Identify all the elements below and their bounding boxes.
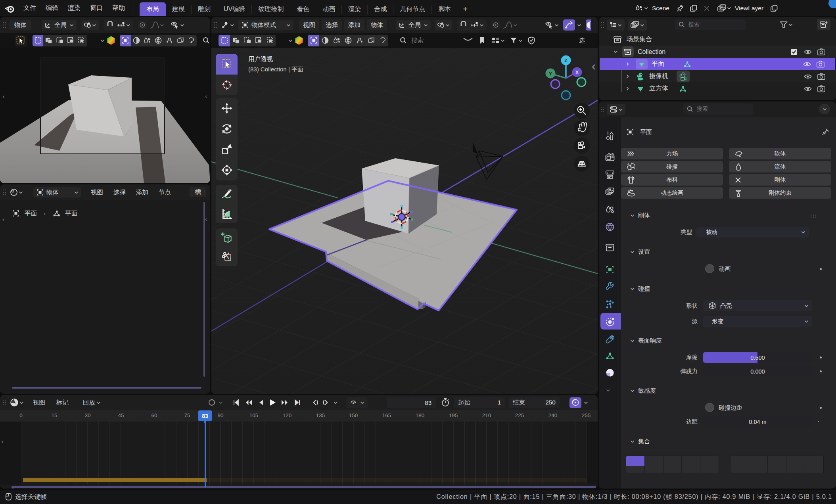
svg-text:Z: Z — [564, 57, 568, 63]
svg-text:X: X — [575, 69, 579, 75]
svg-text:Y: Y — [549, 71, 552, 77]
